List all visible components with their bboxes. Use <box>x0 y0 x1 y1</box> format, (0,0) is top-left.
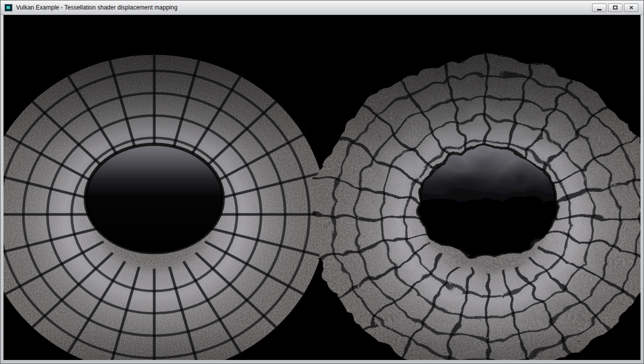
window-controls: ✕ <box>592 4 640 12</box>
maximize-icon <box>613 6 618 10</box>
app-window: Vulkan Example - Tessellation shader dis… <box>0 0 644 364</box>
maximize-button[interactable] <box>608 4 622 12</box>
minimize-icon <box>597 9 602 10</box>
titlebar[interactable]: Vulkan Example - Tessellation shader dis… <box>0 0 644 15</box>
render-viewport[interactable] <box>4 15 640 360</box>
vulkan-render-surface[interactable] <box>4 15 640 360</box>
close-icon: ✕ <box>629 5 634 10</box>
minimize-button[interactable] <box>592 4 606 12</box>
close-button[interactable]: ✕ <box>624 4 638 12</box>
window-title: Vulkan Example - Tessellation shader dis… <box>16 0 588 15</box>
vulkan-app-icon <box>4 4 12 12</box>
